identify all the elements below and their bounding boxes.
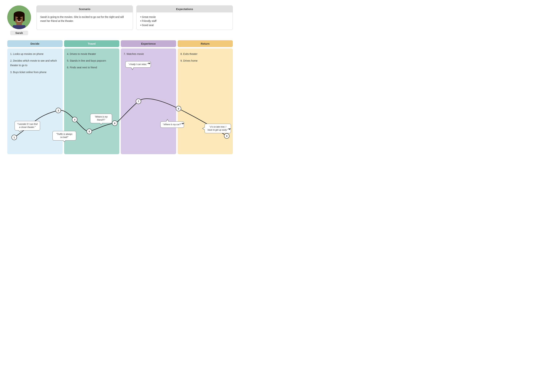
- bubble-node4: "Traffic is always so bad!": [52, 131, 76, 140]
- bubble-node7: "Finally I can relax.": [125, 61, 151, 68]
- step-3: 3. Buys ticket online from phone: [10, 70, 60, 75]
- journey-map: 1. Looks up movies on phone 2. Decides w…: [7, 49, 233, 154]
- phase-header-experience: Experience: [121, 40, 176, 47]
- top-section: Sarah Scenario Sarah is going to the mov…: [7, 6, 233, 35]
- step-9: 9. Drives home: [180, 58, 230, 63]
- step-1: 1. Looks up movies on phone: [10, 52, 60, 56]
- svg-rect-6: [23, 14, 25, 21]
- svg-point-9: [20, 18, 22, 19]
- info-blocks: Scenario Sarah is going to the movies. S…: [36, 6, 233, 30]
- bubble-node2: "I wonder if I can find a closer theater…: [14, 121, 40, 131]
- scenario-body: Sarah is going to the movies. She is exc…: [37, 12, 133, 26]
- expectations-card: Expectations Great movie Friendly staff …: [136, 6, 233, 30]
- step-2: 2. Decides which movie to see and which …: [10, 58, 60, 68]
- return-steps: 8. Exits theater 9. Drives home: [180, 52, 230, 63]
- persona-block: Sarah: [7, 6, 31, 35]
- travel-steps: 4. Drives to movie theater 5. Stands in …: [67, 52, 117, 70]
- bubble-node5: "Where is my friend?!": [90, 114, 112, 123]
- svg-point-8: [17, 18, 18, 19]
- step-5: 5. Stands in line and buys popcorn: [67, 58, 117, 63]
- scenario-card: Scenario Sarah is going to the movies. S…: [36, 6, 133, 30]
- step-4: 4. Drives to movie theater: [67, 52, 117, 56]
- phase-header-decide: Decide: [7, 40, 63, 47]
- decide-steps: 1. Looks up movies on phone 2. Decides w…: [10, 52, 60, 75]
- phase-column-return: 8. Exits theater 9. Drives home: [178, 49, 233, 154]
- expectation-item-3: Good seat: [140, 23, 229, 27]
- expectation-item-2: Friendly staff: [140, 19, 229, 23]
- experience-steps: 7. Watches movie: [124, 52, 173, 56]
- phase-header-return: Return: [178, 40, 233, 47]
- svg-rect-2: [13, 25, 26, 29]
- phase-header-travel: Travel: [64, 40, 119, 47]
- expectation-item-1: Great movie: [140, 15, 229, 19]
- expectations-header: Expectations: [137, 6, 233, 12]
- step-8: 8. Exits theater: [180, 52, 230, 56]
- bubble-node9: "It's so late now. I have to get up earl…: [205, 124, 231, 133]
- phases-row: Decide Travel Experience Return: [7, 40, 233, 47]
- bubble-node8: "Where is my car?": [160, 121, 184, 128]
- scenario-header: Scenario: [37, 6, 133, 12]
- svg-rect-5: [14, 14, 15, 21]
- svg-point-10: [19, 20, 20, 20]
- journey-columns: 1. Looks up movies on phone 2. Decides w…: [7, 49, 233, 154]
- expectations-list: Great movie Friendly staff Good seat: [140, 15, 229, 27]
- step-7: 7. Watches movie: [124, 52, 173, 56]
- expectations-body: Great movie Friendly staff Good seat: [137, 12, 233, 30]
- step-6: 6. Finds seat next to friend: [67, 65, 117, 70]
- avatar: [7, 6, 31, 29]
- persona-name: Sarah: [10, 31, 28, 35]
